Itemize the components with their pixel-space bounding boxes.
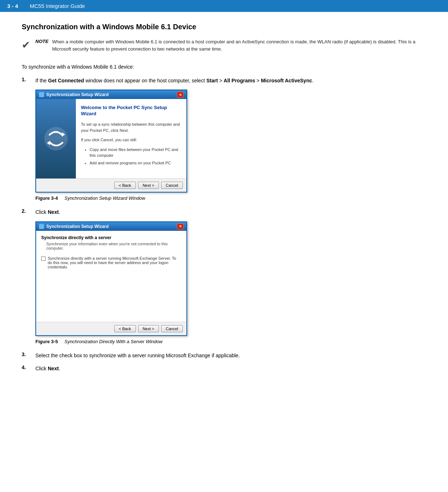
dialog-2-checkbox-label: Synchronize directly with a server runni… bbox=[48, 256, 181, 269]
dialog-1-bullet-2: Add and remove programs on your Pocket P… bbox=[90, 160, 181, 166]
figure-2-caption: Figure 3-5 Synchronization Directly With… bbox=[35, 339, 426, 344]
bold-start: Start bbox=[206, 78, 218, 83]
header-separator bbox=[22, 3, 26, 9]
dialog-1: Synchronization Setup Wizard ✕ bbox=[35, 90, 187, 193]
figure-2-num: Figure 3-5 bbox=[35, 339, 58, 344]
dialog-2-cancel-button[interactable]: Cancel bbox=[161, 325, 183, 332]
step-1-text: If the Get Connected window does not app… bbox=[35, 77, 314, 85]
dialog-2-next-button[interactable]: Next > bbox=[138, 325, 159, 332]
main-content: Synchronization with a Windows Mobile 6.… bbox=[0, 12, 448, 392]
dialog-1-bullet-1: Copy and move files between your Pocket … bbox=[90, 147, 181, 159]
step-3-number: 3. bbox=[22, 351, 32, 359]
step-4-number: 4. bbox=[22, 364, 32, 372]
bold-next-2: Next bbox=[48, 209, 59, 215]
section-heading: Synchronization with a Windows Mobile 6.… bbox=[22, 23, 426, 31]
header-bar: 3 - 4 MC55 Integrator Guide bbox=[0, 0, 448, 12]
checkmark-icon: ✔ bbox=[22, 39, 30, 51]
dialog-1-cancel-button[interactable]: Cancel bbox=[161, 182, 183, 189]
page-number: 3 - 4 bbox=[7, 3, 18, 9]
dialog-2-close-button[interactable]: ✕ bbox=[177, 224, 184, 229]
intro-text: To synchronize with a Windows Mobile 6.1… bbox=[22, 63, 426, 71]
svg-point-0 bbox=[44, 127, 68, 151]
bold-next-4: Next bbox=[48, 366, 59, 371]
dialog-1-bullets: Copy and move files between your Pocket … bbox=[85, 147, 181, 166]
step-2-number: 2. bbox=[22, 208, 32, 216]
figure-1-num: Figure 3-4 bbox=[35, 195, 58, 201]
dialog-1-body: Welcome to the Pocket PC Sync Setup Wiza… bbox=[36, 99, 186, 178]
bold-get-connected: Get Connected bbox=[48, 78, 84, 83]
step-4: 4. Click Next. bbox=[22, 364, 426, 372]
dialog-2-titlebar-left: Synchronization Setup Wizard bbox=[39, 224, 109, 229]
bold-all-programs: All Programs bbox=[224, 78, 255, 83]
dialog-2-footer: < Back Next > Cancel bbox=[36, 322, 186, 335]
dialog-2-checkbox[interactable] bbox=[41, 256, 46, 261]
dialog-2-titlebar: Synchronization Setup Wizard ✕ bbox=[36, 222, 186, 231]
step-1-number: 1. bbox=[22, 77, 32, 85]
dialog-1-text1: To set up a sync relationship between th… bbox=[81, 121, 181, 133]
step-2-text: Click Next. bbox=[35, 208, 60, 216]
figure-2-spacer bbox=[59, 339, 63, 344]
dialog-2-subtitle: Synchronize your information even when y… bbox=[46, 242, 181, 250]
note-text: When a mobile computer with Windows Mobi… bbox=[52, 38, 426, 52]
dialog-2: Synchronization Setup Wizard ✕ Synchroni… bbox=[35, 221, 187, 336]
dialog-1-icon bbox=[39, 92, 44, 97]
dialog-1-footer: < Back Next > Cancel bbox=[36, 178, 186, 192]
dialog-1-text2: If you click Cancel, you can still: bbox=[81, 137, 181, 143]
figure-1-spacer bbox=[59, 195, 63, 201]
dialog-1-main-title: Welcome to the Pocket PC Sync Setup Wiza… bbox=[81, 105, 181, 117]
step-1: 1. If the Get Connected window does not … bbox=[22, 77, 426, 85]
dialog-1-main: Welcome to the Pocket PC Sync Setup Wiza… bbox=[76, 99, 186, 178]
dialog-2-main-title: Synchronize directly with a server bbox=[41, 235, 181, 240]
titlebar-left: Synchronization Setup Wizard bbox=[39, 92, 109, 97]
note-label: NOTE bbox=[35, 39, 48, 44]
dialog-2-icon bbox=[39, 224, 44, 229]
step-3: 3. Select the check box to synchronize w… bbox=[22, 351, 426, 359]
sync-arrows-icon bbox=[43, 126, 69, 152]
figure-2-container: Synchronization Setup Wizard ✕ Synchroni… bbox=[35, 221, 426, 336]
figure-1-caption: Figure 3-4 Synchronization Setup Wizard … bbox=[35, 195, 426, 201]
dialog-2-body: Synchronize directly with a server Synch… bbox=[36, 231, 186, 322]
dialog-1-close-button[interactable]: ✕ bbox=[177, 92, 184, 98]
dialog-1-sidebar bbox=[36, 99, 76, 178]
dialog-1-back-button[interactable]: < Back bbox=[114, 182, 136, 189]
figure-1-text: Synchronization Setup Wizard Window bbox=[64, 195, 145, 201]
step-2: 2. Click Next. bbox=[22, 208, 426, 216]
dialog-1-title: Synchronization Setup Wizard bbox=[46, 92, 109, 97]
dialog-2-back-button[interactable]: < Back bbox=[114, 325, 136, 332]
header-title: MC55 Integrator Guide bbox=[30, 3, 85, 9]
bold-microsoft-activesync: Microsoft ActiveSync bbox=[261, 78, 312, 83]
dialog-2-title: Synchronization Setup Wizard bbox=[46, 224, 109, 229]
step-4-text: Click Next. bbox=[35, 364, 60, 372]
note-content: NOTE When a mobile computer with Windows… bbox=[35, 38, 426, 52]
step-3-text: Select the check box to synchronize with… bbox=[35, 351, 240, 359]
figure-2-text: Synchronization Directly With a Server W… bbox=[64, 339, 162, 344]
dialog-1-next-button[interactable]: Next > bbox=[138, 182, 159, 189]
dialog-2-checkbox-row: Synchronize directly with a server runni… bbox=[41, 256, 181, 269]
note-box: ✔ NOTE When a mobile computer with Windo… bbox=[22, 38, 426, 56]
figure-1-container: Synchronization Setup Wizard ✕ bbox=[35, 90, 426, 193]
dialog-1-titlebar: Synchronization Setup Wizard ✕ bbox=[36, 90, 186, 99]
